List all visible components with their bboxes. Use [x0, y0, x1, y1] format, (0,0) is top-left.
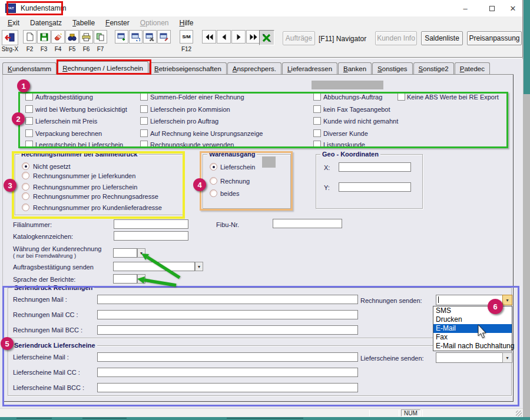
background-smudge: [227, 418, 303, 419]
auftragsbestaetigung-senden-label: Auftragsbestätigung senden: [13, 264, 94, 271]
filialnummer-label: Filialnummer:: [13, 221, 52, 228]
radio-rechnung[interactable]: [210, 177, 217, 185]
radio-label-rechnungsnummer-je-lieferkunden: Rechnungsnummer je Lieferkunden: [33, 172, 135, 179]
checkbox-keine-abs-werte-bei-re-export[interactable]: [398, 93, 405, 101]
dropdown-option-e-mail-nach-buchhaltung[interactable]: E-Mail nach Buchhaltung: [433, 342, 512, 351]
dropdown-option-drucken[interactable]: Drucken: [433, 315, 512, 324]
field-rechnungen-mail-bcc[interactable]: [97, 325, 358, 335]
rechnungen-senden-dropdown-button[interactable]: ▾: [502, 295, 512, 305]
checkbox-abbuchungs-auftrag[interactable]: [313, 93, 321, 101]
checkbox-rechnungskunde-verwenden[interactable]: [140, 141, 148, 148]
checkbox-label-verpackung-berechnen: Verpackung berechnen: [35, 130, 102, 137]
field-lieferscheine-mail[interactable]: [97, 352, 358, 362]
group-title: Seriendruck Lieferscheine: [12, 342, 97, 349]
checkbox-label-lieferschein-pro-auftrag: Lieferschein pro Auftrag: [150, 118, 218, 125]
field-rechnungen-mail-cc[interactable]: [97, 310, 358, 319]
annotation-badge-1: 1: [17, 79, 30, 92]
checkbox-label-keine-abs-werte-bei-re-export: Keine ABS Werte bei RE Export: [407, 94, 499, 101]
gray-filler-block: [312, 81, 383, 89]
radio-nicht-gesetzt[interactable]: [22, 162, 29, 170]
field-label-rechnungen-mail-cc: Rechnungen Mail CC :: [13, 311, 78, 318]
field-rechnungen-mail[interactable]: [97, 295, 358, 304]
checkbox-label-kunde-wird-nicht-gemahnt: Kunde wird nicht gemahnt: [323, 118, 398, 125]
radio-label-rechnungsnummer-pro-rechnungsadresse: Rechnungsnummer pro Rechnungsadresse: [33, 193, 158, 200]
annotation-badge-6: 6: [488, 299, 503, 314]
lieferscheine-senden-dropdown-button[interactable]: ▾: [502, 352, 512, 363]
checkbox-diverser-kunde[interactable]: [313, 129, 321, 137]
geo-y-label: Y:: [324, 184, 330, 191]
sprache-combo-field[interactable]: [113, 274, 137, 284]
page-content: Rechnungsnummer bei Sammeldruck Warenaus…: [0, 0, 523, 417]
radio-rechnungsnummer-je-lieferkunden[interactable]: [22, 172, 29, 179]
checkbox-label-rechnungskunde-verwenden: Rechnungskunde verwenden: [150, 141, 234, 148]
waehrung-sublabel: ( nur bei Fremdwährung ): [13, 252, 76, 259]
chevron-down-icon: ▾: [506, 298, 508, 303]
katalogkennzeichen-field[interactable]: [114, 231, 188, 241]
auftragsbestaetigung-senden-combo-field[interactable]: [113, 262, 195, 271]
annotation-badge-3: 3: [4, 179, 16, 192]
background-taskbar-strip: [0, 417, 530, 420]
checkbox-label-kein-fax-tagesangebot: kein Fax Tagesangebot: [323, 106, 390, 113]
annotation-badge-4: 4: [193, 178, 206, 191]
checkbox-kunde-wird-nicht-gemahnt[interactable]: [313, 117, 321, 125]
background-smudge: [82, 418, 127, 419]
radio-label-lieferschein: Lieferschein: [220, 164, 255, 171]
dropdown-option-fax[interactable]: Fax: [433, 333, 512, 342]
app-window: PAT Kundenstamm – ✕ ExitDatensatzTabelle…: [0, 0, 523, 417]
annotation-badge-2: 2: [12, 112, 25, 125]
radio-label-beides: beides: [220, 190, 239, 197]
checkbox-label-leergutschein-bei-lieferschein: Leergutschein bei Lieferschein: [35, 141, 123, 148]
checkbox-lieferschein-pro-auftrag[interactable]: [140, 117, 148, 125]
group-title: Seriendruck Rechnungen: [12, 284, 94, 291]
rechnungen-senden-label: Rechnungen senden:: [360, 297, 422, 304]
checkbox-wird-bei-werbung-ber-cksichtigt[interactable]: [25, 105, 33, 113]
field-lieferscheine-mail-cc[interactable]: [97, 368, 358, 377]
background-teal-block: [524, 0, 530, 94]
chevron-down-icon: ▾: [140, 276, 143, 282]
num-lock-indicator: NUM: [401, 409, 420, 416]
resize-grip[interactable]: [516, 411, 522, 416]
background-smudge: [16, 418, 52, 419]
checkbox-label-diverser-kunde: Diverser Kunde: [323, 130, 368, 137]
checkbox-kein-fax-tagesangebot[interactable]: [313, 105, 321, 113]
radio-label-nicht-gesetzt: Nicht gesetzt: [33, 163, 71, 170]
checkbox-lieferschein-mit-preis[interactable]: [25, 117, 33, 125]
sprache-combo-dropdown-button[interactable]: ▾: [137, 274, 145, 284]
geo-x-field[interactable]: [339, 162, 411, 172]
checkbox-label-lieferschein-mit-preis: Lieferschein mit Preis: [35, 118, 97, 125]
dropdown-option-e-mail[interactable]: E-Mail: [433, 324, 512, 333]
radio-rechnungsnummer-pro-kundenlieferadresse[interactable]: [22, 204, 29, 211]
checkbox-leergutschein-bei-lieferschein[interactable]: [25, 141, 33, 148]
fibu-nr-field[interactable]: [273, 219, 342, 228]
waehrung-label: Währung der Kundenrechnung: [13, 245, 101, 252]
checkbox-listungskunde[interactable]: [313, 141, 321, 148]
waehrung-combo-field[interactable]: [113, 248, 137, 258]
radio-beides[interactable]: [210, 189, 217, 197]
field-label-lieferscheine-mail: Lieferscheine Mail :: [13, 354, 69, 361]
field-lieferscheine-mail-bcc[interactable]: [97, 383, 358, 392]
checkbox-auftragsbest-tigung[interactable]: [25, 93, 33, 101]
checkbox-lieferschein-pro-kommision[interactable]: [140, 105, 148, 113]
checkbox-label-auftragsbest-tigung: Auftragsbestätigung: [35, 94, 93, 101]
field-label-lieferscheine-mail-cc: Lieferscheine Mail CC :: [13, 369, 80, 376]
checkbox-verpackung-berechnen[interactable]: [25, 129, 33, 137]
filialnummer-field[interactable]: [114, 219, 188, 229]
statusbar-divider: [422, 410, 423, 416]
background-window-strip: [524, 0, 530, 420]
radio-rechnungsnummer-pro-lieferschein[interactable]: [22, 183, 29, 191]
checkbox-label-wird-bei-werbung-ber-cksichtigt: wird bei Werbung berücksichtigt: [35, 106, 127, 113]
radio-lieferschein[interactable]: [210, 163, 217, 171]
field-label-lieferscheine-mail-bcc: Lieferscheine Mail BCC :: [13, 384, 84, 391]
lieferscheine-senden-combo-field[interactable]: [436, 352, 503, 363]
auftragsbestaetigung-senden-dropdown-button[interactable]: ▾: [195, 262, 203, 271]
statusbar-divider: [369, 410, 370, 416]
geo-y-field[interactable]: [339, 182, 411, 192]
annotation-badge-5: 5: [1, 337, 14, 350]
waehrung-combo-dropdown-button[interactable]: ▾: [137, 248, 145, 258]
checkbox-summen-folder-einer-rechnung[interactable]: [140, 93, 148, 101]
field-label-rechnungen-mail-bcc: Rechnungen Mail BCC :: [13, 326, 82, 334]
radio-rechnungsnummer-pro-rechnungsadresse[interactable]: [22, 192, 29, 200]
checkbox-label-auf-rechnung-keine-ursprungsanzeige: Auf Rechnung keine Ursprungsanzeige: [150, 130, 263, 137]
statusbar-divider: [399, 410, 399, 416]
checkbox-auf-rechnung-keine-ursprungsanzeige[interactable]: [140, 129, 148, 137]
